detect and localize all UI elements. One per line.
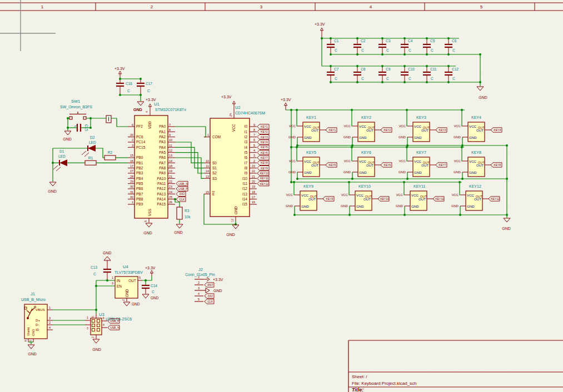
wire[interactable]: [404, 182, 405, 195]
net-flag-label: KEY11: [435, 197, 444, 200]
junction-dot: [479, 53, 481, 56]
pin-name: VSS: [148, 208, 152, 216]
pin-name: I14: [242, 197, 247, 201]
junction-dot: [330, 81, 332, 83]
ref-r2: R2: [108, 150, 113, 154]
pin-number: 6: [24, 340, 27, 341]
sheet-pin-name: OUT: [421, 128, 429, 132]
pin-name: PA15: [157, 202, 166, 206]
pin-name: VDD: [148, 121, 152, 129]
gnd-symbol[interactable]: [123, 302, 130, 306]
pin-number: 18: [252, 190, 255, 194]
gnd-symbol[interactable]: [142, 294, 149, 298]
key-sheet-key4[interactable]: KEY4VCCGNDOUTVCCOUTGNDKEY4: [454, 109, 502, 147]
wire[interactable]: [352, 147, 352, 161]
ic-body-u3[interactable]: [91, 318, 102, 335]
led-circuit[interactable]: D2LEDR2D1LEDR1GND: [48, 135, 128, 193]
gnd-symbol[interactable]: [176, 224, 183, 228]
wire[interactable]: [460, 182, 460, 195]
key-title: KEY3: [416, 115, 426, 119]
key-sheet-key1[interactable]: KEY1VCCGNDOUTVCCOUTGNDKEY1: [288, 109, 337, 147]
gnd-symbol[interactable]: [232, 225, 239, 229]
gnd-symbol[interactable]: [504, 218, 510, 222]
net-flag-label: KEY2: [261, 130, 268, 133]
pin-name: PC6: [136, 135, 143, 139]
key-sheet-key9[interactable]: KEY9VCCGNDOUTVCCOUTGNDKEY9: [286, 181, 334, 216]
gnd-symbol[interactable]: [64, 131, 71, 135]
ic-u1[interactable]: GND+3.3V4U1STM32C071K8TxVDDVSS5GND6PF220…: [128, 98, 188, 235]
pin-name: PB0: [136, 155, 143, 159]
resistor-r2[interactable]: [104, 155, 116, 160]
junction-dot: [321, 37, 323, 39]
key-sheet-key5[interactable]: KEY5VCCGNDOUTVCCOUTGNDKEY5: [288, 146, 337, 180]
gnd-label: GND: [132, 302, 140, 306]
gnd-symbol[interactable]: [49, 182, 56, 186]
gnd-symbol[interactable]: [93, 339, 99, 343]
ref-d2: D2: [90, 135, 95, 139]
wire[interactable]: [96, 148, 104, 158]
wire[interactable]: [142, 276, 152, 280]
resistor-r3[interactable]: [177, 207, 182, 219]
wire[interactable]: [297, 110, 297, 126]
regulator-u4[interactable]: GNDC13CU4TLV75733PDBV1IN3EN5OUTGND2GND+3…: [91, 251, 159, 306]
key-sheet-key7[interactable]: KEY7VCCGNDOUTVCCOUTGNDKEY7: [398, 146, 447, 180]
net-flag-label: KEY12: [491, 197, 500, 200]
cap-bank[interactable]: +3.3VGNDC1CC7CC2CC8CC3CC9CC4CC10CC5CC11C…: [315, 22, 487, 99]
gnd-symbol[interactable]: [146, 223, 152, 227]
wire[interactable]: [349, 182, 350, 195]
ref-cap: C7: [334, 67, 339, 71]
wire[interactable]: [462, 147, 462, 161]
pin-name-outer: GND: [451, 204, 459, 208]
pin-number: 4: [49, 326, 51, 329]
key-sheet-key10[interactable]: KEY10VCCGNDOUTVCCOUTGNDKEY10: [341, 181, 389, 216]
connector-j2[interactable]: J2Conn_01x05_Pin12345+3.3VRSTGNDDIOCLK: [185, 267, 223, 304]
pin-number: 6: [132, 123, 133, 127]
resistor-r1[interactable]: [85, 160, 96, 165]
ruler-number: 2: [151, 4, 153, 9]
ref-cap: C2: [361, 39, 366, 43]
key-title: KEY4: [471, 115, 481, 119]
key-sheet-key3[interactable]: KEY3VCCGNDOUTVCCOUTGNDKEY3: [398, 109, 447, 147]
ref-cap: C3: [386, 39, 391, 43]
junction-dot: [381, 81, 383, 83]
sheet-pin-name: GND: [356, 204, 364, 208]
led-d2-triangle[interactable]: [88, 145, 96, 152]
gnd-symbol[interactable]: [28, 345, 34, 349]
led-d1-triangle[interactable]: [59, 159, 67, 166]
switch-sw1[interactable]: SW1SW_Omron_B3FSC15CGND: [60, 99, 128, 141]
ic-u2[interactable]: +3.3V24U2CD74HC4067SMVCCGND1COM10S011S11…: [204, 95, 269, 237]
wire[interactable]: [407, 110, 407, 126]
resistor-r3-circuit[interactable]: R310kGND: [174, 198, 191, 234]
pin-name: S2: [212, 171, 217, 175]
gnd-label: GND: [213, 289, 222, 293]
wire[interactable]: [297, 147, 297, 161]
net-flag-label: RST: [208, 283, 213, 287]
pin-number: 18: [169, 164, 172, 168]
wire[interactable]: [68, 118, 69, 128]
gnd-symbol[interactable]: [137, 102, 144, 105]
key-sheet-key8[interactable]: KEY8VCCGNDOUTVCCOUTGNDKEY8: [454, 146, 502, 180]
junction-dot: [296, 178, 298, 180]
wire[interactable]: [175, 127, 206, 137]
key-sheet-key2[interactable]: KEY2VCCGNDOUTVCCOUTGNDKEY2: [343, 109, 392, 147]
key-sheet-key6[interactable]: KEY6VCCGNDOUTVCCOUTGNDKEY6: [343, 146, 392, 180]
key-sheet-key12[interactable]: KEY12VCCGNDOUTVCCOUTGNDKEY12: [451, 181, 500, 216]
wire[interactable]: [462, 110, 462, 126]
gnd-symbol-right[interactable]: [206, 288, 210, 293]
wire[interactable]: [407, 147, 407, 161]
gnd-symbol-flipped[interactable]: [104, 257, 111, 260]
gnd-symbol[interactable]: [477, 87, 484, 91]
wire[interactable]: [352, 110, 352, 126]
connector-j1[interactable]: J1USB_B_Micro1VBUS3D+2D-4IDShieldGND65GN…: [21, 292, 97, 356]
pin-name-outer: VCC: [399, 159, 406, 163]
wire[interactable]: [294, 182, 295, 195]
junction-dot: [381, 37, 383, 39]
net-flag-label: KEY8: [261, 161, 268, 164]
ref-j1: J1: [31, 292, 35, 296]
pin-number: 6: [103, 316, 104, 320]
sheet-pin-name: GND: [359, 170, 367, 174]
sheet-pin-name: OUT: [308, 197, 316, 201]
c16-c17-block[interactable]: +3.3VC16CC17CGND: [114, 67, 152, 112]
key-sheet-key11[interactable]: KEY11VCCGNDOUTVCCOUTGNDKEY11: [396, 181, 444, 216]
sheet-pin-name: GND: [304, 170, 312, 174]
